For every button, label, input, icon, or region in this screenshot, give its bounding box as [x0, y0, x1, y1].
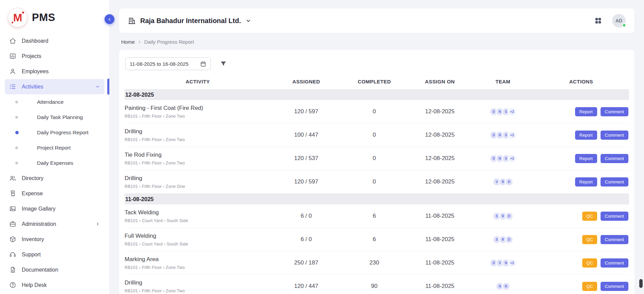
activities-submenu: Attendance Daily Task Planning Daily Pro… [5, 94, 105, 171]
comment-button[interactable]: Comment [601, 282, 628, 291]
team-avatar-more[interactable]: +2 [508, 259, 516, 267]
sidebar-subitem-project-report[interactable]: Project Report [5, 140, 105, 155]
sidebar-subitem-label: Project Report [37, 145, 71, 151]
table-row: Tack Welding RB101 › Court Yard › South … [125, 204, 629, 228]
assign-on-value: 11-08-2025 [407, 283, 473, 290]
activity-path: RB101 › Fifth Floor › Zone Two [125, 161, 268, 165]
comment-button[interactable]: Comment [601, 258, 628, 268]
activity-path: RB101 › Fifth Floor › Zone Two [125, 114, 268, 119]
team-avatar-more[interactable]: +2 [508, 131, 516, 139]
sidebar-item-employees[interactable]: Employees [5, 64, 105, 79]
calendar-icon[interactable] [200, 61, 206, 67]
activity-title: Drilling [125, 279, 268, 286]
sidebar-item-dashboard[interactable]: Dashboard [5, 33, 105, 48]
bullet-icon [15, 146, 18, 149]
activity-title: Drilling [125, 175, 268, 182]
comment-button[interactable]: Comment [601, 235, 628, 244]
sidebar-subitem-daily-progress-report[interactable]: Daily Progress Report [5, 125, 105, 140]
sidebar-item-activities[interactable]: Activities [5, 79, 105, 94]
employees-icon [9, 68, 16, 75]
sidebar-subitem-daily-task-planning[interactable]: Daily Task Planning [5, 110, 105, 125]
report-button[interactable]: Report [575, 131, 597, 140]
team-avatars: D N S +2 [473, 154, 533, 163]
qc-button[interactable]: QC [582, 258, 597, 268]
documentation-icon [9, 266, 16, 273]
sidebar-item-documentation[interactable]: Documentation [5, 262, 105, 277]
report-button[interactable]: Report [575, 154, 597, 163]
table-row: Tie Rod Fixing RB101 › Fifth Floor › Zon… [125, 147, 629, 170]
comment-button[interactable]: Comment [601, 212, 628, 221]
team-avatars: D N S +2 [473, 131, 533, 139]
chevron-down-icon [245, 18, 251, 24]
team-avatars: S R D [473, 212, 533, 220]
assigned-value: 120 / 597 [271, 178, 342, 185]
sidebar-item-image-gallery[interactable]: Image Gallary [5, 201, 105, 216]
activity-path: RB101 › Court Yard › South Side [125, 242, 268, 247]
bullet-icon [15, 116, 18, 119]
app-logo: M PMS [0, 0, 109, 33]
support-icon [9, 251, 16, 258]
qc-button[interactable]: QC [582, 282, 597, 291]
helpdesk-icon [9, 281, 16, 289]
sidebar-subitem-attendance[interactable]: Attendance [5, 94, 105, 110]
company-selector[interactable]: Raja Bahadur International Ltd. [128, 17, 251, 25]
company-name: Raja Bahadur International Ltd. [140, 17, 241, 25]
sidebar-item-administration[interactable]: Administration [5, 216, 105, 232]
sidebar-item-label: Support [22, 252, 41, 258]
assigned-value: 250 / 187 [271, 259, 342, 266]
filter-icon[interactable] [220, 60, 227, 67]
assigned-value: 120 / 597 [271, 108, 342, 115]
team-avatar-more[interactable]: +2 [508, 107, 516, 116]
directory-icon [9, 175, 16, 182]
completed-value: 0 [342, 108, 407, 115]
sidebar-item-expense[interactable]: Expense [5, 186, 105, 201]
main-content: Raja Bahadur International Ltd. AD Home … [110, 8, 644, 294]
expense-icon [9, 190, 16, 197]
qc-button[interactable]: QC [582, 212, 597, 221]
comment-button[interactable]: Comment [601, 154, 628, 163]
team-avatar[interactable]: D [505, 235, 513, 244]
sidebar-item-label: Projects [22, 53, 41, 59]
table-row: Marking Area RB101 › Fifth Floor › Zone … [125, 251, 629, 275]
projects-icon [9, 53, 16, 60]
sidebar-subitem-label: Attendance [37, 99, 63, 105]
assign-on-value: 12-08-2025 [407, 132, 473, 138]
sidebar-subitem-label: Daily Progress Report [37, 130, 89, 136]
apps-grid-icon[interactable] [594, 17, 602, 24]
scrollbar-thumb[interactable] [639, 279, 643, 288]
comment-button[interactable]: Comment [601, 177, 628, 187]
assign-on-value: 12-08-2025 [407, 178, 473, 185]
sidebar-item-projects[interactable]: Projects [5, 48, 105, 64]
activity-path: RB101 › Fifth Floor › Zone Two [125, 265, 268, 270]
sidebar-item-label: Inventory [22, 236, 44, 242]
team-avatar[interactable]: R [502, 282, 510, 291]
avatar-initials: AD [615, 18, 622, 23]
comment-button[interactable]: Comment [601, 107, 628, 116]
team-avatar-more[interactable]: +2 [508, 154, 516, 163]
table-row: Drilling RB101 › Fifth Floor › Zone Two … [125, 123, 629, 147]
sidebar-item-support[interactable]: Support [5, 247, 105, 262]
qc-button[interactable]: QC [582, 235, 597, 244]
logo-icon: M [8, 8, 27, 27]
team-avatar[interactable]: D [505, 212, 513, 220]
report-button[interactable]: Report [575, 107, 597, 116]
date-range-input[interactable]: 11-08-2025 to 16-08-2025 [125, 57, 211, 70]
table-row: Drilling RB101 › Fifth Floor › Zone Two … [125, 275, 629, 294]
administration-icon [9, 220, 16, 228]
report-button[interactable]: Report [575, 177, 597, 187]
column-header-activity: ACTIVITY [125, 79, 271, 84]
home-icon [9, 37, 16, 44]
activity-title: Tack Welding [125, 209, 268, 216]
sidebar-collapse-button[interactable]: ‹ [105, 14, 114, 24]
sidebar-subitem-daily-expenses[interactable]: Daily Expenses [5, 155, 105, 171]
breadcrumb-home[interactable]: Home [121, 39, 135, 45]
assign-on-value: 11-08-2025 [407, 259, 473, 266]
avatar[interactable]: AD [612, 14, 626, 27]
sidebar-item-directory[interactable]: Directory [5, 171, 105, 186]
team-avatar[interactable]: D [505, 178, 513, 186]
comment-button[interactable]: Comment [601, 131, 628, 140]
sidebar-item-help-desk[interactable]: Help Desk [5, 277, 105, 293]
sidebar-item-inventory[interactable]: Inventory [5, 232, 105, 247]
sidebar-item-label: Image Gallary [22, 206, 56, 212]
filter-bar: 11-08-2025 to 16-08-2025 [125, 57, 629, 70]
